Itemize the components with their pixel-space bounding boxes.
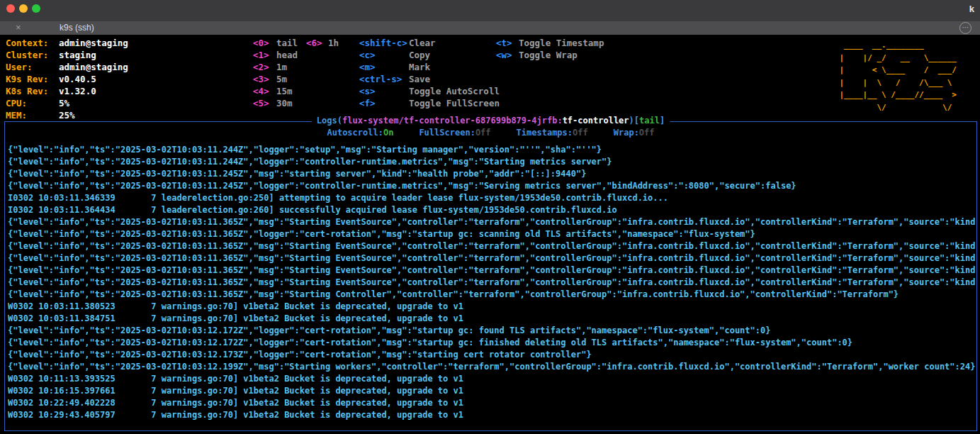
log-line: {"level":"info","ts":"2025-03-02T10:03:1… [8, 240, 975, 252]
hotkey-label: Mark [409, 62, 430, 72]
info-label: K9s Rev: [6, 73, 59, 85]
title-paren: )[ [629, 116, 639, 126]
info-value: 25% [59, 110, 75, 121]
hotkey-key: <m> [359, 61, 409, 73]
hotkey-key: <c> [359, 49, 409, 61]
tab-close-icon[interactable]: × [16, 22, 21, 33]
log-line: {"level":"info","ts":"2025-03-02T10:03:1… [8, 349, 975, 361]
info-value: v1.32.0 [59, 86, 96, 96]
hotkey-toggle-fullscreen[interactable]: <f>Toggle FullScreen [359, 97, 500, 109]
hotkey-key: <0> [253, 37, 276, 49]
hotkey-5m[interactable]: <3>5m [253, 73, 298, 85]
title-mode: tail [639, 116, 660, 126]
k9s-ascii-logo: ____ __.________ | |/ _/ __ \______ | < … [839, 39, 957, 113]
status-value: Off [573, 128, 588, 138]
hotkey-label: 5m [276, 74, 287, 84]
hotkey-toggle-wrap[interactable]: <w>Toggle Wrap [496, 49, 604, 61]
log-line: {"level":"info","ts":"2025-03-02T10:03:1… [8, 144, 975, 156]
hotkey-30m[interactable]: <5>30m [253, 97, 298, 109]
info-value: admin@staging [59, 62, 128, 72]
hotkey-save[interactable]: <ctrl-s>Save [359, 73, 500, 85]
hotkey-label: Toggle FullScreen [409, 98, 500, 108]
hotkeys-toggle-column: <t>Toggle Timestamp <w>Toggle Wrap [496, 37, 604, 61]
info-value: v0.40.5 [59, 74, 96, 84]
status-value: On [383, 128, 393, 138]
status-timestamps: Timestamps:Off [517, 127, 588, 139]
hotkey-key: <2> [253, 61, 276, 73]
info-value: staging [59, 50, 96, 60]
info-label: CPU: [6, 97, 59, 109]
log-line: {"level":"info","ts":"2025-03-02T10:03:1… [8, 168, 975, 180]
status-autoscroll: Autoscroll:On [327, 127, 393, 139]
log-line: I0302 10:03:11.364434 7 leaderelection.g… [8, 204, 975, 216]
hotkey-label: head [276, 50, 298, 60]
hotkey-key: <f> [359, 97, 409, 109]
window-titlebar: k [0, 0, 980, 21]
hotkey-label: Save [409, 74, 430, 84]
log-viewport[interactable]: {"level":"info","ts":"2025-03-02T10:03:1… [8, 144, 975, 430]
info-row-user: User:admin@staging [6, 61, 128, 73]
corner-letter: k [969, 4, 974, 14]
hotkey-label: 15m [276, 86, 293, 96]
hotkeys-range-column: <0>tail <1>head <2>1m <3>5m <4>15m <5>30… [253, 37, 298, 109]
info-row-cluster: Cluster:staging [6, 49, 128, 61]
hotkey-key: <1> [253, 49, 276, 61]
hotkey-key: <t> [496, 37, 519, 49]
hotkey-toggle-autoscroll[interactable]: <s>Toggle AutoScroll [359, 85, 500, 97]
ellipsis-menu-icon[interactable]: ⋯ [959, 22, 971, 34]
hotkey-head[interactable]: <1>head [253, 49, 298, 61]
close-window-button[interactable] [6, 4, 15, 13]
log-line: W0302 10:11:13.393525 7 warnings.go:70] … [8, 373, 975, 385]
log-line: W0302 10:03:11.384751 7 warnings.go:70] … [8, 313, 975, 325]
hotkey-clear[interactable]: <shift-c>Clear [359, 37, 500, 49]
log-line: W0302 10:03:11.380523 7 warnings.go:70] … [8, 301, 975, 313]
hotkeys-range-column-2: <6>1h [306, 37, 339, 49]
tab-title[interactable]: k9s (ssh) [60, 23, 94, 33]
hotkey-15m[interactable]: <4>15m [253, 85, 298, 97]
hotkey-key: <ctrl-s> [359, 73, 409, 85]
info-row-k8s-rev: K8s Rev:v1.32.0 [6, 85, 128, 97]
info-value: admin@staging [59, 38, 128, 48]
hotkey-label: Toggle AutoScroll [409, 86, 500, 96]
info-row-context: Context:admin@staging [6, 37, 128, 49]
hotkey-key: <shift-c> [359, 37, 409, 49]
status-label: FullScreen: [419, 128, 475, 138]
title-pod-path: flux-system/tf-controller-687699b879-4jr… [342, 116, 563, 126]
hotkey-tail[interactable]: <0>tail [253, 37, 298, 49]
hotkey-key: <4> [253, 85, 276, 97]
hotkey-label: 1h [328, 38, 339, 48]
hotkey-toggle-timestamp[interactable]: <t>Toggle Timestamp [496, 37, 604, 49]
log-line: {"level":"info","ts":"2025-03-02T10:03:1… [8, 180, 975, 192]
terminal-tabbar: × k9s (ssh) ⋯ [0, 21, 980, 35]
log-status-bar: Autoscroll:On FullScreen:Off Timestamps:… [5, 127, 976, 139]
title-container-name: tf-controller [563, 116, 629, 126]
hotkey-label: Toggle Wrap [519, 50, 578, 60]
info-label: Context: [6, 37, 59, 49]
status-label: Wrap: [614, 128, 639, 138]
log-line: {"level":"info","ts":"2025-03-02T10:03:1… [8, 265, 975, 277]
log-line: {"level":"info","ts":"2025-03-02T10:03:1… [8, 252, 975, 265]
hotkey-copy[interactable]: <c>Copy [359, 49, 500, 61]
title-prefix: Logs( [317, 116, 342, 126]
info-value: 5% [59, 98, 69, 108]
log-line: {"level":"info","ts":"2025-03-02T10:03:1… [8, 361, 975, 373]
status-label: Timestamps: [517, 128, 573, 138]
log-line: W0302 10:22:49.402228 7 warnings.go:70] … [8, 397, 975, 409]
log-line: {"level":"info","ts":"2025-03-02T10:03:1… [8, 156, 975, 168]
hotkey-1m[interactable]: <2>1m [253, 61, 298, 73]
hotkey-label: tail [276, 38, 298, 48]
log-line: {"level":"info","ts":"2025-03-02T10:03:1… [8, 277, 975, 289]
hotkey-label: 1m [276, 62, 287, 72]
cluster-info-panel: Context:admin@staging Cluster:staging Us… [6, 37, 128, 121]
logs-panel-title: Logs(flux-system/tf-controller-687699b87… [312, 116, 670, 126]
hotkey-label: 30m [276, 98, 293, 108]
log-line: W0302 10:16:15.397661 7 warnings.go:70] … [8, 385, 975, 397]
log-line: I0302 10:03:11.346339 7 leaderelection.g… [8, 192, 975, 204]
maximize-window-button[interactable] [32, 4, 40, 13]
hotkey-1h[interactable]: <6>1h [306, 37, 339, 49]
log-line: {"level":"info","ts":"2025-03-02T10:03:1… [8, 216, 975, 228]
hotkey-mark[interactable]: <m>Mark [359, 61, 500, 73]
info-row-mem: MEM:25% [6, 109, 128, 121]
minimize-window-button[interactable] [19, 4, 28, 13]
log-line: W0302 10:29:43.405797 7 warnings.go:70] … [8, 409, 975, 421]
